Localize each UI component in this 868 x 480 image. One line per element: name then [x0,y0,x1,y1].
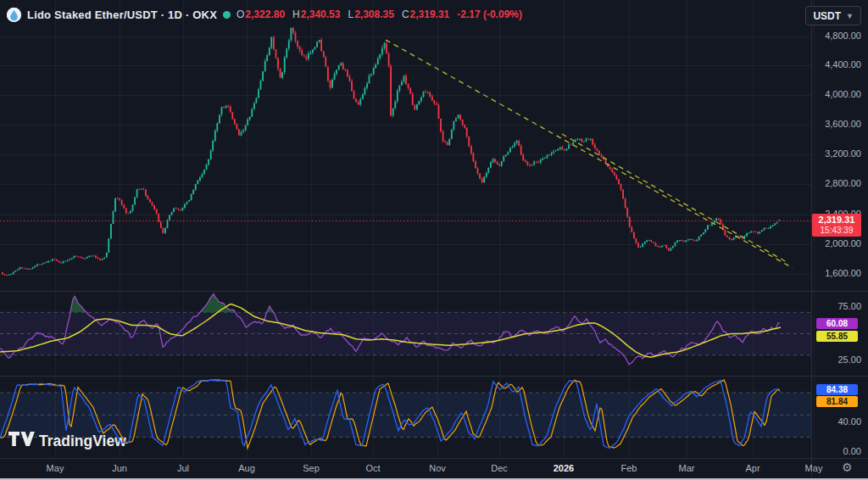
chevron-down-icon: ▼ [846,12,854,20]
symbol-title[interactable]: Lido Staked Ether/USDT · 1D · OKX [27,8,217,21]
time-tick-jun: Jun [96,463,143,473]
price-tick: 2,400.00 [815,209,861,219]
price-tick: 2,000.00 [815,238,861,248]
price-tick: 3,600.00 [815,119,861,129]
stoch-tick: 40.00 [815,416,861,427]
time-tick-may: May [31,463,79,473]
price-tick: 1,600.00 [815,268,861,278]
time-tick-may: May [790,463,837,473]
rsi-tick: 25.00 [815,354,861,365]
currency-selector-button[interactable]: USDT ▼ [805,6,861,25]
price-tick: 4,000.00 [815,89,861,99]
time-tick-dec: Dec [476,463,523,473]
time-tick-nov: Nov [414,463,461,473]
time-tick-jul: Jul [159,463,207,473]
time-tick-2026: 2026 [540,463,587,473]
svg-text:TradingView: TradingView [39,433,126,449]
time-tick-apr: Apr [729,463,776,473]
time-tick-oct: Oct [349,463,397,473]
chart-canvas[interactable]: TradingView [0,0,868,480]
price-tick: 3,200.00 [815,148,861,159]
rsi-tick: 75.00 [815,301,861,311]
time-tick-feb: Feb [605,463,653,473]
trading-chart-app: TradingView Lido Staked Ether/USDT · 1D … [0,0,868,480]
stoch-tick: 0.00 [815,446,861,456]
price-tick: 4,800.00 [815,31,861,41]
price-tick: 4,400.00 [815,59,861,70]
time-tick-mar: Mar [663,463,710,473]
time-tick-aug: Aug [223,463,270,473]
price-tick: 2,800.00 [815,178,861,188]
time-tick-sep: Sep [287,463,335,473]
gear-icon[interactable]: ⚙ [842,460,853,474]
